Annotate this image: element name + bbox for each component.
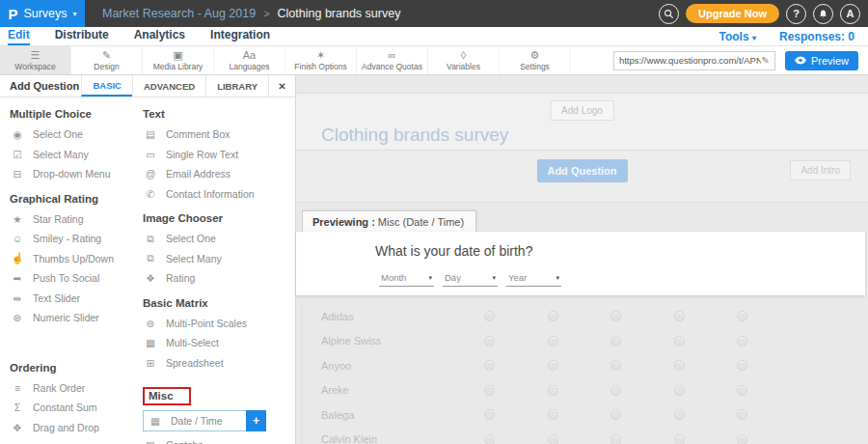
- question-type-text-slider[interactable]: ⇹Text Slider: [10, 289, 143, 309]
- notifications-button[interactable]: [813, 4, 833, 24]
- radio-button[interactable]: [548, 434, 558, 444]
- question-type-select-many[interactable]: ☑Select Many: [10, 145, 143, 165]
- toolbar-item-finish-options[interactable]: ✶Finish Options: [285, 46, 357, 74]
- tab-basic[interactable]: BASIC: [81, 75, 132, 97]
- radio-button[interactable]: [548, 409, 558, 420]
- nav-tab-distribute[interactable]: Distribute: [55, 28, 109, 45]
- radio-button[interactable]: [674, 434, 685, 444]
- date-select-day[interactable]: Day▾: [443, 270, 498, 287]
- question-type-drag-and-drop[interactable]: ✥Drag and Drop: [10, 418, 143, 438]
- question-type-thumbs-up-down[interactable]: ☝Thumbs Up/Down: [10, 249, 143, 269]
- question-type-label: Select One: [33, 128, 83, 140]
- question-type-label: Select Many: [166, 253, 222, 264]
- radio-button[interactable]: [674, 311, 685, 321]
- breadcrumb: Market Research - Aug 2019 > Clothing br…: [102, 7, 400, 20]
- question-type-push-to-social[interactable]: ➦Push To Social: [10, 268, 143, 289]
- radio-button[interactable]: [548, 311, 558, 321]
- radio-button[interactable]: [610, 360, 621, 371]
- radio-button[interactable]: [674, 385, 685, 396]
- radio-button[interactable]: [610, 434, 621, 444]
- survey-url-input[interactable]: [619, 55, 762, 66]
- tools-menu[interactable]: Tools ▾: [719, 30, 756, 43]
- preview-button[interactable]: Preview: [785, 51, 858, 70]
- multi-point-icon: ⊚: [143, 318, 158, 329]
- toolbar-item-media-library[interactable]: ▣Media Library: [143, 46, 214, 74]
- radio-button[interactable]: [484, 311, 495, 321]
- matrix-cell: [648, 360, 712, 371]
- radio-button[interactable]: [737, 385, 747, 396]
- help-button[interactable]: ?: [786, 4, 806, 24]
- question-type-select-many[interactable]: ⧉Select Many: [143, 249, 292, 269]
- radio-button[interactable]: [548, 385, 558, 396]
- question-type-select-one[interactable]: ◉Select One: [10, 125, 143, 145]
- add-date-time-plus-button[interactable]: +: [246, 410, 266, 431]
- radio-button[interactable]: [737, 434, 747, 444]
- radio-button[interactable]: [610, 409, 621, 420]
- question-type-contact-information[interactable]: ✆Contact Information: [143, 184, 292, 205]
- radio-button[interactable]: [484, 434, 495, 444]
- radio-button[interactable]: [737, 409, 747, 420]
- nav-tab-edit[interactable]: Edit: [8, 28, 30, 45]
- tab-library[interactable]: LIBRARY: [205, 75, 268, 97]
- matrix-cell: [522, 336, 585, 347]
- question-type-date-time[interactable]: ▦Date / Time+: [143, 410, 247, 431]
- toolbar-item-settings[interactable]: ⚙Settings: [500, 46, 571, 74]
- toolbar-item-advance-quotas[interactable]: ∞Advance Quotas: [357, 46, 428, 74]
- toolbar-item-languages[interactable]: AaLanguages: [214, 46, 285, 74]
- add-intro-button[interactable]: Add Intro: [790, 160, 851, 180]
- toolbar-item-design[interactable]: ✎Design: [71, 46, 143, 74]
- account-avatar[interactable]: A: [840, 4, 860, 24]
- matrix-cell: [648, 336, 712, 347]
- question-type-comment-box[interactable]: ▤Comment Box: [143, 125, 292, 145]
- close-icon[interactable]: ✕: [268, 75, 295, 97]
- radio-button[interactable]: [737, 336, 747, 347]
- chevron-down-icon: ▾: [428, 274, 432, 282]
- radio-button[interactable]: [548, 336, 558, 347]
- questionpro-logo[interactable]: P Surveys ▾: [0, 0, 85, 27]
- breadcrumb-folder[interactable]: Market Research - Aug 2019: [102, 7, 256, 20]
- radio-button[interactable]: [737, 360, 747, 371]
- question-type-constant-sum[interactable]: ΣConstant Sum: [10, 398, 143, 418]
- radio-button[interactable]: [674, 409, 685, 420]
- nav-tab-analytics[interactable]: Analytics: [134, 28, 185, 45]
- radio-button[interactable]: [484, 360, 495, 371]
- radio-button[interactable]: [610, 385, 621, 396]
- search-button[interactable]: [659, 4, 679, 24]
- matrix-row: Anyoo: [302, 353, 865, 378]
- radio-button[interactable]: [484, 385, 495, 396]
- add-question-button[interactable]: Add Question: [536, 159, 627, 182]
- upgrade-now-button[interactable]: Upgrade Now: [686, 4, 779, 23]
- add-logo-button[interactable]: Add Logo: [550, 100, 614, 121]
- date-select-month[interactable]: Month▾: [379, 270, 434, 287]
- radio-button[interactable]: [484, 336, 495, 347]
- date-select-year[interactable]: Year▾: [506, 270, 561, 287]
- edit-url-pencil-icon[interactable]: ✎: [761, 55, 769, 66]
- question-type-select-one[interactable]: ⧉Select One: [143, 229, 292, 249]
- question-type-numeric-slider[interactable]: ⊛Numeric Slider: [10, 308, 143, 328]
- toolbar-item-variables[interactable]: ◊Variables: [428, 46, 500, 74]
- radio-button[interactable]: [737, 311, 747, 321]
- question-type-email-address[interactable]: @Email Address: [143, 164, 292, 184]
- question-type-multi-select[interactable]: ▦Multi-Select: [143, 333, 292, 353]
- question-type-star-rating[interactable]: ★Star Rating: [10, 209, 143, 230]
- responses-link[interactable]: Responses: 0: [779, 30, 854, 43]
- radio-button[interactable]: [674, 336, 685, 347]
- numeric-slider-icon: ⊛: [10, 312, 25, 323]
- tab-advanced[interactable]: ADVANCED: [132, 75, 205, 97]
- nav-tab-integration[interactable]: Integration: [210, 28, 270, 45]
- radio-button[interactable]: [674, 360, 685, 371]
- radio-button[interactable]: [484, 409, 495, 420]
- radio-button[interactable]: [548, 360, 558, 371]
- question-type-smiley-rating[interactable]: ☺Smiley - Rating: [10, 229, 143, 249]
- question-type-rating[interactable]: ❖Rating: [143, 268, 292, 289]
- question-type-captcha[interactable]: ▨Captcha: [143, 435, 292, 444]
- toolbar-item-workspace[interactable]: ☰Workspace: [0, 46, 71, 74]
- radio-button[interactable]: [610, 311, 621, 321]
- question-type-spreadsheet[interactable]: ⊞Spreadsheet: [143, 353, 292, 374]
- question-type-single-row-text[interactable]: ▭Single Row Text: [143, 145, 292, 165]
- radio-button[interactable]: [610, 336, 621, 347]
- question-type-multi-point-scales[interactable]: ⊚Multi-Point Scales: [143, 314, 292, 334]
- question-type-drop-down-menu[interactable]: ⊟Drop-down Menu: [10, 164, 143, 184]
- section-basic-matrix: Basic Matrix⊚Multi-Point Scales▦Multi-Se…: [143, 297, 292, 374]
- question-type-rank-order[interactable]: ≡Rank Order: [10, 378, 143, 399]
